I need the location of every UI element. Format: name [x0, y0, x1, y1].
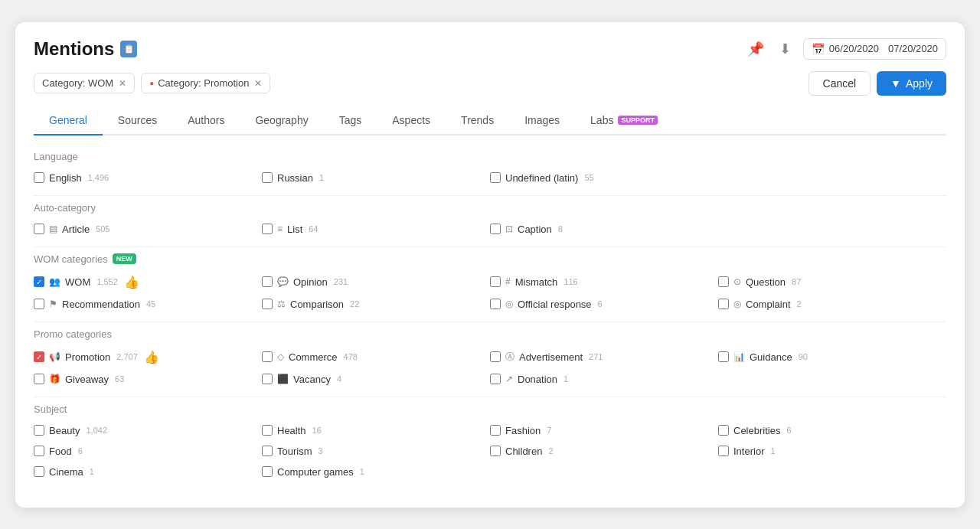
giveaway-icon: 🎁: [49, 374, 60, 384]
list-item: ◇ Commerce 478: [262, 348, 490, 367]
date-range[interactable]: 📅 06/20/2020 07/20/2020: [803, 38, 946, 60]
tourism-label: Tourism: [277, 446, 312, 457]
caption-checkbox[interactable]: [490, 224, 501, 234]
article-icon: ▤: [49, 224, 57, 234]
header-row: Mentions 📋 📌 ⬇ 📅 06/20/2020 07/20/2020: [34, 38, 946, 60]
promotion-checkbox[interactable]: [34, 351, 44, 362]
donation-count: 1: [564, 374, 568, 384]
vacancy-count: 4: [337, 374, 341, 384]
computer-games-checkbox[interactable]: [262, 466, 273, 477]
english-checkbox[interactable]: [34, 172, 44, 183]
list-item: 💬 Opinion 231: [262, 273, 490, 292]
subject-section-label: Subject: [34, 403, 946, 415]
cinema-checkbox[interactable]: [34, 466, 44, 477]
children-count: 2: [548, 446, 553, 456]
undefined-latin-checkbox[interactable]: [490, 172, 501, 183]
filter-tag-promotion-remove[interactable]: ✕: [254, 78, 262, 89]
caption-label: Caption: [518, 224, 552, 235]
list-item: Computer games 1: [262, 464, 490, 480]
complaint-label: Complaint: [746, 299, 791, 310]
computer-games-count: 1: [360, 467, 364, 476]
tourism-checkbox[interactable]: [262, 446, 273, 456]
donation-checkbox[interactable]: [490, 374, 501, 384]
header-controls: 📌 ⬇ 📅 06/20/2020 07/20/2020: [744, 38, 946, 60]
fashion-checkbox[interactable]: [490, 425, 501, 436]
promotion-label: Promotion: [65, 351, 110, 363]
guidance-checkbox[interactable]: [718, 351, 729, 362]
russian-checkbox[interactable]: [262, 172, 273, 183]
list-item: ⚑ Recommendation 45: [34, 296, 262, 312]
food-label: Food: [49, 446, 72, 457]
official-response-label: Official response: [518, 299, 592, 310]
question-checkbox[interactable]: [718, 276, 729, 287]
main-card: Mentions 📋 📌 ⬇ 📅 06/20/2020 07/20/2020 C…: [15, 22, 965, 508]
interior-label: Interior: [733, 446, 764, 457]
wom-checkbox[interactable]: [34, 276, 44, 287]
list-label: List: [287, 224, 302, 235]
children-checkbox[interactable]: [490, 446, 501, 456]
health-label: Health: [277, 425, 306, 436]
vacancy-checkbox[interactable]: [262, 374, 273, 384]
tab-trends[interactable]: Trends: [446, 106, 509, 136]
health-count: 16: [312, 426, 322, 435]
filter-tag-wom-label: Category: WOM: [42, 77, 113, 89]
list-item: ⬛ Vacancy 4: [262, 371, 490, 387]
recommendation-checkbox[interactable]: [34, 299, 44, 309]
list-item: English 1,496: [34, 170, 262, 186]
action-buttons: Cancel ▼ Apply: [808, 71, 946, 96]
divider: [34, 247, 946, 247]
wom-categories-grid: 👥 WOM 1,552 👍 💬 Opinion 231 # Mismatch 1…: [34, 273, 946, 312]
tab-geography[interactable]: Geography: [240, 106, 323, 136]
advertisement-checkbox[interactable]: [490, 351, 501, 362]
pin-icon[interactable]: 📌: [744, 38, 767, 60]
wom-count: 1,552: [96, 277, 118, 286]
vacancy-label: Vacancy: [293, 374, 331, 385]
guidance-count: 90: [799, 352, 808, 361]
mismatch-label: Mismatch: [515, 276, 558, 288]
celebrities-checkbox[interactable]: [718, 425, 729, 436]
title-copy-icon[interactable]: 📋: [120, 41, 137, 57]
list-item: Cinema 1: [34, 464, 262, 480]
tab-authors[interactable]: Authors: [172, 106, 240, 136]
apply-filter-icon: ▼: [890, 77, 901, 90]
download-icon[interactable]: ⬇: [776, 38, 794, 60]
article-count: 505: [96, 224, 109, 233]
auto-category-section-label: Auto-category: [34, 202, 946, 214]
commerce-label: Commerce: [289, 351, 338, 363]
apply-label: Apply: [906, 77, 933, 90]
interior-count: 1: [770, 446, 775, 456]
tab-tags[interactable]: Tags: [324, 106, 377, 136]
cancel-button[interactable]: Cancel: [808, 71, 871, 96]
tab-labs[interactable]: Labs SUPPORT: [575, 106, 673, 136]
food-count: 6: [78, 446, 83, 456]
comparison-checkbox[interactable]: [262, 299, 273, 309]
commerce-checkbox[interactable]: [262, 351, 273, 362]
promotion-emoji: 👍: [144, 350, 159, 364]
health-checkbox[interactable]: [262, 425, 273, 436]
mismatch-checkbox[interactable]: [490, 276, 501, 287]
opinion-checkbox[interactable]: [262, 276, 273, 287]
tab-aspects[interactable]: Aspects: [377, 106, 446, 136]
official-response-checkbox[interactable]: [490, 299, 501, 309]
tab-general[interactable]: General: [34, 106, 103, 136]
giveaway-checkbox[interactable]: [34, 374, 44, 384]
list-item: ▤ Article 505: [34, 221, 262, 237]
list-checkbox[interactable]: [262, 224, 273, 234]
list-item: Children 2: [490, 443, 718, 459]
apply-button[interactable]: ▼ Apply: [877, 71, 946, 96]
list-item: ◎ Official response 6: [490, 296, 718, 312]
tab-sources[interactable]: Sources: [103, 106, 172, 136]
complaint-checkbox[interactable]: [718, 299, 729, 309]
food-checkbox[interactable]: [34, 446, 44, 456]
beauty-checkbox[interactable]: [34, 425, 44, 436]
wom-categories-section-label: WOM categories NEW: [34, 253, 946, 265]
tab-images[interactable]: Images: [509, 106, 575, 136]
english-label: English: [49, 172, 82, 184]
interior-checkbox[interactable]: [718, 446, 729, 456]
fashion-count: 7: [547, 426, 551, 435]
language-grid: English 1,496 Russian 1 Undefined (latin…: [34, 170, 946, 186]
advertisement-label: Advertisement: [519, 351, 583, 363]
list-item: Beauty 1,042: [34, 423, 262, 439]
filter-tag-wom-remove[interactable]: ✕: [119, 78, 126, 89]
article-checkbox[interactable]: [34, 224, 44, 234]
